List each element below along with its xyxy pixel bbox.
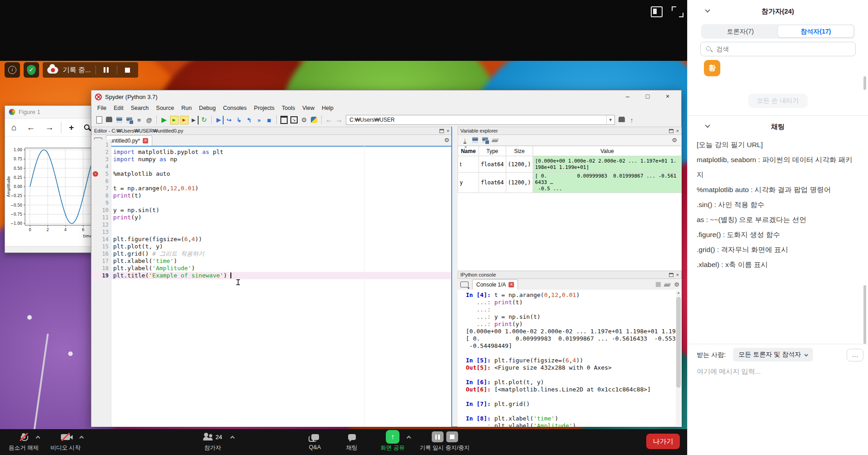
variable-row[interactable]: y float64 (1200,) [ 0. 0.00999983 0.0199… bbox=[458, 173, 682, 193]
spyder-window[interactable]: Spyder (Python 3.7) – □ × FileEditSearch… bbox=[91, 90, 682, 427]
variable-explorer-options-icon[interactable]: ⚙ bbox=[670, 136, 679, 144]
share-screen-button[interactable]: ↑ 화면 공유 bbox=[370, 431, 415, 452]
close-button[interactable]: × bbox=[658, 91, 678, 103]
browse-tabs-icon[interactable] bbox=[460, 282, 469, 287]
lower-all-hands-button[interactable]: 모든 손 내리기 bbox=[748, 94, 808, 108]
chevron-up-icon[interactable] bbox=[80, 436, 84, 440]
interrupt-kernel-icon[interactable] bbox=[656, 282, 661, 287]
ipython-console-pane[interactable]: IPython console × Console 1/A ✕ ⚙ In bbox=[458, 271, 682, 427]
chevron-down-icon[interactable]: ▼ bbox=[606, 115, 614, 124]
remove-variables-icon[interactable] bbox=[491, 138, 499, 142]
save-icon[interactable] bbox=[115, 116, 124, 124]
fullscreen-icon[interactable] bbox=[290, 116, 299, 124]
undock-pane-icon[interactable] bbox=[439, 129, 444, 133]
menu-item[interactable]: Source bbox=[153, 104, 177, 112]
menu-item[interactable]: View bbox=[299, 104, 318, 112]
back-icon[interactable]: ← bbox=[325, 116, 334, 124]
spyder-title-bar[interactable]: Spyder (Python 3.7) – □ × bbox=[91, 90, 681, 103]
pause-record-button[interactable] bbox=[432, 431, 444, 442]
close-pane-icon[interactable]: × bbox=[676, 129, 679, 133]
undock-pane-icon[interactable] bbox=[669, 273, 673, 277]
chat-message-input[interactable] bbox=[697, 365, 856, 377]
view-mode-icon[interactable] bbox=[651, 6, 663, 17]
tools-icon[interactable]: ⚙ bbox=[300, 116, 309, 124]
step-into-icon[interactable]: ↳ bbox=[235, 116, 244, 124]
chat-button[interactable]: 채팅 bbox=[335, 431, 368, 452]
variable-row[interactable]: t float64 (1200,) [0.000e+00 1.000e-02 2… bbox=[458, 156, 682, 173]
meeting-info-button[interactable]: i bbox=[5, 62, 20, 78]
rerun-cell-icon[interactable]: ▶ bbox=[180, 116, 189, 124]
menu-item[interactable]: Help bbox=[319, 104, 337, 112]
scroll-up-icon[interactable]: ▲ bbox=[676, 291, 681, 295]
close-console-icon[interactable]: ✕ bbox=[509, 282, 514, 287]
participants-scrollbar-thumb[interactable] bbox=[863, 76, 866, 90]
menu-item[interactable]: Tools bbox=[279, 104, 298, 112]
console-options-icon[interactable]: ⚙ bbox=[674, 281, 679, 288]
console-output[interactable]: In [4]: t = np.arange(0,12,0.01) ...: pr… bbox=[458, 290, 675, 427]
chat-scrollbar-thumb[interactable] bbox=[863, 285, 866, 344]
editor-pane[interactable]: Editor - C:₩Users₩USER₩untitled0.py × un… bbox=[91, 127, 452, 427]
run-selection-icon[interactable]: ▶ bbox=[190, 116, 199, 124]
chevron-up-icon[interactable] bbox=[407, 436, 411, 440]
menu-item[interactable]: File bbox=[94, 104, 110, 112]
max-pane-icon[interactable] bbox=[280, 116, 289, 124]
menu-item[interactable]: Run bbox=[178, 104, 195, 112]
import-data-icon[interactable]: ↓ bbox=[464, 137, 467, 143]
start-video-button[interactable]: 비디오 시작 bbox=[45, 431, 85, 452]
column-header-value[interactable]: Value bbox=[533, 146, 682, 156]
unmute-button[interactable]: 음소거 해제 bbox=[4, 431, 44, 452]
column-header-size[interactable]: Size bbox=[506, 146, 533, 156]
close-pane-icon[interactable]: × bbox=[447, 129, 449, 133]
participant-avatar[interactable]: 황 bbox=[704, 60, 720, 76]
column-header-type[interactable]: Type bbox=[479, 146, 506, 156]
stop-recording-button[interactable] bbox=[122, 65, 134, 75]
stop-debug-icon[interactable]: ■ bbox=[265, 116, 274, 124]
security-button[interactable]: ✓ bbox=[24, 62, 39, 78]
outline-icon[interactable]: @ bbox=[145, 116, 154, 124]
clear-console-icon[interactable] bbox=[664, 283, 671, 287]
leave-button[interactable]: 나가기 bbox=[646, 434, 680, 449]
editor-code-area[interactable]: 12import matplotlib.pyplot as plt3import… bbox=[91, 139, 452, 427]
maximize-button[interactable]: □ bbox=[638, 91, 658, 103]
participant-search[interactable] bbox=[700, 42, 856, 56]
open-file-icon[interactable] bbox=[105, 116, 114, 124]
forward-icon[interactable]: → bbox=[335, 116, 344, 124]
qa-button[interactable]: Q&A bbox=[298, 431, 332, 450]
stop-record-button[interactable] bbox=[446, 431, 458, 442]
chevron-up-icon[interactable] bbox=[230, 436, 235, 440]
restart-icon[interactable]: ↻ bbox=[200, 116, 209, 124]
minimize-button[interactable]: – bbox=[618, 91, 638, 103]
home-icon[interactable]: ⌂ bbox=[11, 123, 16, 133]
search-input[interactable] bbox=[716, 43, 853, 55]
python-icon[interactable] bbox=[310, 116, 319, 124]
tab-attendees[interactable]: 참석자(17) bbox=[778, 25, 853, 37]
pan-icon[interactable]: + bbox=[69, 123, 74, 133]
continue-icon[interactable]: » bbox=[255, 116, 264, 124]
variable-explorer-pane[interactable]: Variable explorer × ↓ ⚙ ^Name Type bbox=[458, 127, 682, 271]
menu-item[interactable]: Debug bbox=[196, 104, 219, 112]
save-all-icon[interactable] bbox=[125, 116, 134, 124]
chevron-up-icon[interactable] bbox=[36, 436, 40, 440]
column-header-name[interactable]: ^Name bbox=[458, 146, 479, 156]
step-icon[interactable]: ↪ bbox=[225, 116, 234, 124]
forward-icon[interactable]: → bbox=[45, 123, 54, 133]
new-file-icon[interactable] bbox=[95, 116, 104, 124]
file-switcher-icon[interactable]: ≡ bbox=[135, 116, 144, 124]
browse-directory-icon[interactable] bbox=[618, 116, 626, 124]
chat-message-list[interactable]: [오늘 강의 필기 URL]matplotlib, seaborn : 파이썬의… bbox=[697, 137, 859, 342]
scrollbar-thumb[interactable] bbox=[676, 297, 681, 388]
console-scrollbar[interactable]: ▲ bbox=[676, 291, 681, 426]
parent-directory-icon[interactable]: ↑ bbox=[628, 116, 636, 124]
menu-item[interactable]: Projects bbox=[251, 104, 278, 112]
working-directory-combo[interactable]: C:₩Users₩USER ▼ bbox=[346, 115, 615, 125]
run-cell-icon[interactable]: ▶ bbox=[170, 116, 179, 124]
chat-more-button[interactable]: … bbox=[847, 349, 863, 361]
menu-item[interactable]: Consoles bbox=[220, 104, 250, 112]
undock-pane-icon[interactable] bbox=[669, 129, 673, 133]
tab-panelists[interactable]: 토론자(7) bbox=[703, 25, 778, 37]
console-tab[interactable]: Console 1/A ✕ bbox=[472, 279, 518, 290]
pause-recording-button[interactable] bbox=[100, 65, 112, 75]
menu-item[interactable]: Edit bbox=[110, 104, 127, 112]
save-data-icon[interactable] bbox=[471, 136, 479, 144]
fullscreen-icon[interactable] bbox=[672, 6, 683, 17]
